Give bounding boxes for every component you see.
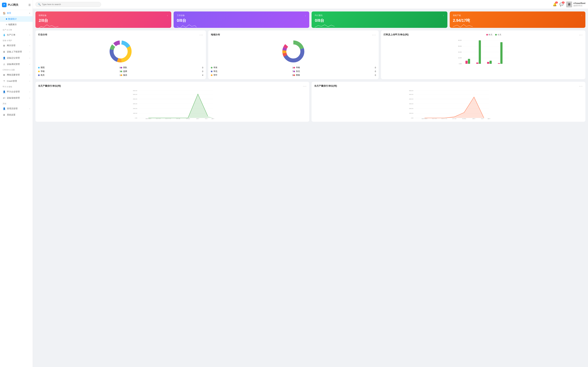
- device-online-icon: 🖥: [3, 50, 6, 53]
- msg-badge: 8: [562, 1, 564, 4]
- army-label: 部队: [123, 66, 127, 69]
- sidebar-item-gateway[interactable]: ⊞ 网关管理 ‹: [0, 42, 33, 49]
- restaurant-label: 饭店: [123, 74, 127, 76]
- sidebar-item-map-view[interactable]: 地图展示: [0, 22, 33, 27]
- print-header: 打料及上传甲方/单位(吨) 昨天 今天 ···: [384, 33, 583, 36]
- sidebar-item-device-site[interactable]: 🏷 设备场地管理 ‹: [0, 95, 33, 101]
- online-value: 2/8台: [39, 18, 168, 23]
- monthly-header: 当月产量排行/单位(吨) ···: [314, 84, 583, 88]
- plc-value: 0/8台: [315, 18, 444, 23]
- sys-settings-icon: 🖥: [3, 114, 6, 116]
- svg-text:建国门: 建国门: [196, 118, 199, 119]
- print-more[interactable]: ···: [579, 33, 583, 36]
- stat-card-plc: PLC通讯 ↑ 0/8台: [311, 11, 447, 28]
- south-dot: [293, 67, 295, 68]
- daily-more[interactable]: ···: [303, 84, 307, 88]
- home-arrow: ▾: [29, 12, 30, 14]
- plc-wave: [315, 23, 335, 28]
- bell-icon-wrap[interactable]: 🔔 1: [553, 2, 557, 6]
- gateway-arrow: ‹: [30, 45, 30, 47]
- legend-hospital: 医院 0: [38, 66, 121, 69]
- north-val: 7: [292, 70, 293, 73]
- monthly-line-area: 0.00 1000.00 2000.00 3000.00 4000.00 500…: [314, 90, 583, 119]
- daily-line-svg: 0.00 1000.00 2000.00 3000.00 4000.00 500…: [38, 90, 307, 119]
- industry-donut: [38, 38, 203, 65]
- capacity-title: 装机产能 ↑: [453, 14, 582, 17]
- central-label: 华中: [213, 74, 217, 76]
- daily-title: 当天产量排行/单位(吨): [38, 84, 61, 87]
- user-avatar[interactable]: 🖥 nYuserRoot 超级管理员: [566, 1, 585, 7]
- section-client: 甲方 & 场地: [0, 84, 33, 89]
- svg-text:北京十五中: 北京十五中: [156, 118, 161, 119]
- sidebar-item-device-online[interactable]: 🖥 设备上下线管理 ‹: [0, 49, 33, 55]
- sidebar-item-prod-order[interactable]: 💧 生产订单 ‹: [0, 32, 33, 38]
- restaurant-val: 4: [202, 74, 203, 76]
- section-device: 设备 & 维护: [0, 38, 33, 42]
- svg-text:远洋大厦: 远洋大厦: [176, 118, 180, 119]
- legend-restaurant: 饭店 4: [121, 74, 203, 76]
- svg-rect-25: [468, 59, 470, 64]
- restaurant-dot: [121, 74, 122, 76]
- device-debug-label: 设备调试管理: [7, 63, 20, 66]
- online-wave: [39, 23, 58, 28]
- hamburger-icon[interactable]: ☰: [28, 3, 31, 7]
- dot-icon: [6, 18, 7, 20]
- device-site-label: 设备场地管理: [7, 97, 20, 100]
- legend-north: 华北 7: [211, 70, 293, 73]
- bell-badge: 1: [555, 1, 558, 4]
- logo-text: PLC网关: [8, 3, 18, 7]
- device-debug-arrow: ‹: [30, 63, 30, 65]
- industry-donut-svg: [107, 38, 134, 65]
- stat-card-capacity: 装机产能 ↑ 2.94/17吨: [450, 11, 586, 28]
- print-chart: 打料及上传甲方/单位(吨) 昨天 今天 ···: [381, 31, 586, 79]
- legend-school: 学校 3: [38, 70, 121, 73]
- daily-line-area: 0.00 1000.00 2000.00 3000.00 4000.00 500…: [38, 90, 307, 119]
- section-prod: 生产 & 订单: [0, 27, 33, 32]
- school-label: 学校: [41, 70, 45, 73]
- svg-text:技术测试: 技术测试: [462, 118, 466, 119]
- sidebar: P PLC网关 ☰ 🏠 首页 ▾ 数据统计 地图展示 生产 & 订单 💧 生产订…: [0, 0, 33, 367]
- svg-rect-29: [489, 61, 492, 64]
- legend-southwest: 西南 0: [293, 74, 376, 76]
- monthly-title: 当月产量排行/单位(吨): [314, 84, 337, 87]
- search-input[interactable]: [42, 3, 99, 6]
- southwest-val: 0: [375, 74, 376, 76]
- monthly-line-svg: 0.00 1000.00 2000.00 3000.00 4000.00 500…: [314, 90, 583, 119]
- prod-arrow: ‹: [30, 34, 30, 36]
- sidebar-item-data-stats[interactable]: 数据统计: [0, 16, 33, 22]
- svg-text:北京十五中: 北京十五中: [432, 118, 437, 119]
- search-icon: 🔍: [38, 3, 41, 6]
- army-val: 0: [202, 67, 203, 69]
- search-box[interactable]: 🔍: [35, 2, 101, 7]
- south-label: 华南: [296, 66, 300, 69]
- svg-text:2000.00: 2000.00: [409, 108, 413, 109]
- sidebar-item-net-flow[interactable]: ⊞ 网络流量管理 ‹: [0, 72, 33, 78]
- svg-text:远洋大厦: 远洋大厦: [452, 118, 456, 119]
- sidebar-item-device-debug[interactable]: ⚠ 设备调试管理 ‹: [0, 61, 33, 67]
- print-title: 打料及上传甲方/单位(吨): [384, 33, 409, 36]
- monthly-more[interactable]: ···: [579, 84, 583, 88]
- region-more[interactable]: ···: [372, 33, 376, 36]
- sidebar-item-sys-settings[interactable]: 🖥 系统设置: [0, 112, 33, 118]
- legend-govt: 机关 1: [38, 74, 121, 76]
- sidebar-item-crash[interactable]: ? Crash管理 ‹: [0, 78, 33, 84]
- north-dot: [211, 71, 212, 72]
- online-title: 联网设备 ↑: [39, 14, 168, 17]
- msg-icon-wrap[interactable]: 💬 8: [560, 2, 563, 6]
- army-dot: [121, 67, 122, 68]
- govt-val: 1: [120, 74, 121, 76]
- industry-more[interactable]: ···: [199, 33, 203, 36]
- region-donut: [211, 38, 376, 65]
- topbar: 🔍 🔔 1 💬 8 🖥 nYuserRoot 超级管理员: [33, 0, 588, 9]
- data-stats-label: 数据统计: [8, 17, 17, 20]
- gateway-icon: ⊞: [3, 44, 6, 47]
- sidebar-item-admin[interactable]: 👤 管理员管理 ‹: [0, 106, 33, 112]
- prison-val: 0: [202, 70, 203, 73]
- prod-icon: 💧: [3, 33, 6, 36]
- region-title: 地域分布: [211, 33, 220, 36]
- sidebar-item-client-mgmt[interactable]: 👤 甲方企业管理 ‹: [0, 89, 33, 95]
- sidebar-item-home[interactable]: 🏠 首页 ▾: [0, 10, 33, 16]
- prison-dot: [121, 71, 122, 72]
- sidebar-item-device-locate[interactable]: 👤 设备定位管理 ‹: [0, 55, 33, 61]
- daily-header: 当天产量排行/单位(吨) ···: [38, 84, 307, 88]
